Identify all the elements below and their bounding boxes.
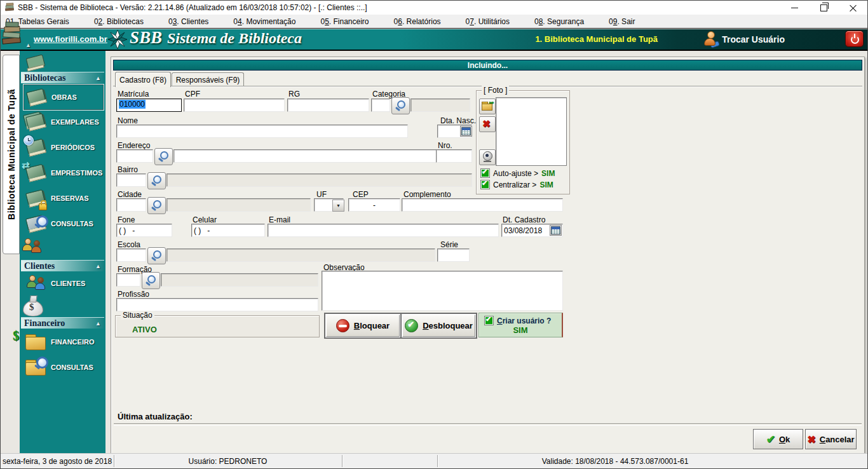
cidade-search-button[interactable] <box>147 197 166 214</box>
sidebar-item-reservas[interactable]: RESERVAS <box>23 186 103 211</box>
menu-utilitarios[interactable]: 07. Utilitários <box>466 17 510 26</box>
uf-dropdown-button[interactable]: ▼ <box>332 200 344 212</box>
cpf-input[interactable] <box>184 99 285 112</box>
sidebar-item-clientes[interactable]: CLIENTES <box>23 271 103 296</box>
observacao-textarea[interactable] <box>322 271 563 311</box>
foto-open-button[interactable] <box>479 99 496 114</box>
email-input[interactable] <box>268 224 499 237</box>
emprestimos-arrows-book-icon <box>23 162 51 184</box>
serie-input[interactable] <box>437 248 470 262</box>
bairro-label: Bairro <box>118 165 138 174</box>
green-check-circle-icon <box>405 319 418 332</box>
rg-input[interactable] <box>287 99 369 112</box>
menu-movimentacao[interactable]: 04. Movimentação <box>233 17 295 26</box>
sidebar-item-exemplares[interactable]: EXEMPLARES <box>23 109 103 135</box>
application-window: SBB - Sistema de Biblioteca - Versão: 2.… <box>0 0 868 469</box>
sidebar-section-financeiro[interactable]: Financeiro ▲ <box>21 317 104 329</box>
criar-usuario-row: Criar usuário ? <box>484 316 551 325</box>
sidebar-item-consultas[interactable]: CONSULTAS <box>23 211 103 236</box>
cidade-code-input[interactable] <box>116 198 146 212</box>
user-icon <box>703 31 718 47</box>
dta-nasc-calendar-button[interactable] <box>460 126 472 137</box>
escola-description-field <box>166 248 435 262</box>
celular-input[interactable] <box>191 224 265 237</box>
endereco-code-input[interactable] <box>116 149 153 163</box>
cep-input[interactable] <box>348 198 400 212</box>
serie-label: Série <box>440 240 458 249</box>
endereco-search-button[interactable] <box>154 148 173 165</box>
divider <box>342 455 343 467</box>
menu-seguranca[interactable]: 08. Segurança <box>534 17 584 26</box>
nome-input[interactable] <box>116 125 408 138</box>
foto-delete-button[interactable] <box>479 116 496 132</box>
title-bar: SBB - Sistema de Biblioteca - Versão: 2.… <box>1 1 867 15</box>
escola-search-button[interactable] <box>147 247 166 264</box>
sidebar-item-periodicos[interactable]: PERIÓDICOS <box>23 135 103 160</box>
matricula-input[interactable]: 010000 <box>116 99 182 112</box>
bairro-code-input[interactable] <box>116 173 146 187</box>
window-title: SBB - Sistema de Biblioteca - Versão: 2.… <box>18 3 367 12</box>
open-folder-icon <box>481 102 492 110</box>
auto-ajuste-row: Auto-ajuste > SIM <box>480 168 555 178</box>
switch-user-button[interactable]: Trocar Usuário <box>703 31 785 47</box>
foto-webcam-button[interactable] <box>479 149 496 165</box>
app-name: Sistema de Biblioteca <box>167 30 302 47</box>
library-name: 1. Biblioteca Municipal de Tupã <box>535 34 658 44</box>
nro-label: Nro. <box>438 141 452 150</box>
dta-nasc-label: Dta. Nasc. <box>440 116 476 125</box>
ok-button[interactable]: Ok <box>753 429 803 449</box>
sidebar-section-clientes[interactable]: Clientes ▲ <box>21 260 104 271</box>
collapse-arrow-icon[interactable]: ▲ <box>25 43 31 48</box>
criar-usuario-panel: Criar usuário ? SIM <box>478 313 563 337</box>
complemento-input[interactable] <box>402 198 563 212</box>
books-stack-icon <box>1 22 22 48</box>
criar-usuario-checkbox[interactable] <box>484 316 494 325</box>
restore-icon <box>820 4 827 11</box>
menu-financeiro[interactable]: 05. Financeiro <box>320 17 369 26</box>
bairro-search-button[interactable] <box>147 172 166 189</box>
categoria-description-field <box>410 99 470 112</box>
menu-bibliotecas[interactable]: 02. Bibliotecas <box>94 17 144 26</box>
sidebar-item-obras[interactable]: OBRAS <box>23 84 104 111</box>
formacao-code-input[interactable] <box>116 273 140 287</box>
categoria-search-button[interactable] <box>391 97 410 114</box>
profissao-label: Profissão <box>118 290 149 299</box>
situacao-value: ATIVO <box>132 325 157 334</box>
main-area: Biblioteca Municipal de Tupã Bibliotecas… <box>1 51 867 455</box>
menu-relatorios[interactable]: 06. Relatórios <box>394 17 441 26</box>
formacao-search-button[interactable] <box>142 272 160 289</box>
endereco-input[interactable] <box>173 149 453 163</box>
profissao-input[interactable] <box>116 298 318 311</box>
cancelar-button[interactable]: Cancelar <box>805 429 857 449</box>
sidebar-item-consultas-financeiro[interactable]: CONSULTAS <box>23 355 103 380</box>
people-pair-icon <box>21 236 49 259</box>
escola-code-input[interactable] <box>116 248 146 262</box>
matricula-label: Matrícula <box>118 90 149 99</box>
dt-cadastro-calendar-button[interactable] <box>550 225 562 236</box>
tab-cadastro[interactable]: Cadastro (F8) <box>115 72 171 87</box>
app-abbreviation: SBB <box>130 28 162 48</box>
library-vertical-tab-label: Biblioteca Municipal de Tupã <box>6 89 17 220</box>
auto-ajuste-checkbox[interactable] <box>480 168 490 178</box>
library-vertical-tab[interactable]: Biblioteca Municipal de Tupã <box>3 55 20 254</box>
fiorilli-logo-icon <box>107 29 128 52</box>
centralizar-checkbox[interactable] <box>480 180 490 189</box>
power-exit-button[interactable] <box>845 31 864 47</box>
fone-input[interactable] <box>116 224 172 237</box>
bloquear-button[interactable]: Bloquear <box>324 313 402 339</box>
menu-clientes[interactable]: 03. Clientes <box>168 17 208 26</box>
sidebar-section-bibliotecas[interactable]: Bibliotecas ▲ <box>21 72 104 83</box>
desbloquear-button[interactable]: Desbloquear <box>400 313 477 339</box>
nro-input[interactable] <box>436 149 472 163</box>
menu-sair[interactable]: 09. Sair <box>609 17 635 26</box>
situacao-groupbox: Situação ATIVO <box>115 315 320 337</box>
close-button[interactable] <box>838 1 867 15</box>
sidebar-item-financeiro[interactable]: FINANCEIRO <box>23 329 103 355</box>
tab-responsaveis[interactable]: Responsáveis (F9) <box>172 72 244 86</box>
status-bar: sexta-feira, 3 de agosto de 2018 Usuário… <box>1 453 867 468</box>
sidebar-item-emprestimos[interactable]: EMPRESTIMOS <box>23 160 103 186</box>
minimize-button[interactable] <box>780 1 809 15</box>
website-link[interactable]: www.fiorilli.com.br <box>34 34 107 44</box>
restore-button[interactable] <box>809 1 838 15</box>
categoria-input[interactable] <box>371 99 390 112</box>
